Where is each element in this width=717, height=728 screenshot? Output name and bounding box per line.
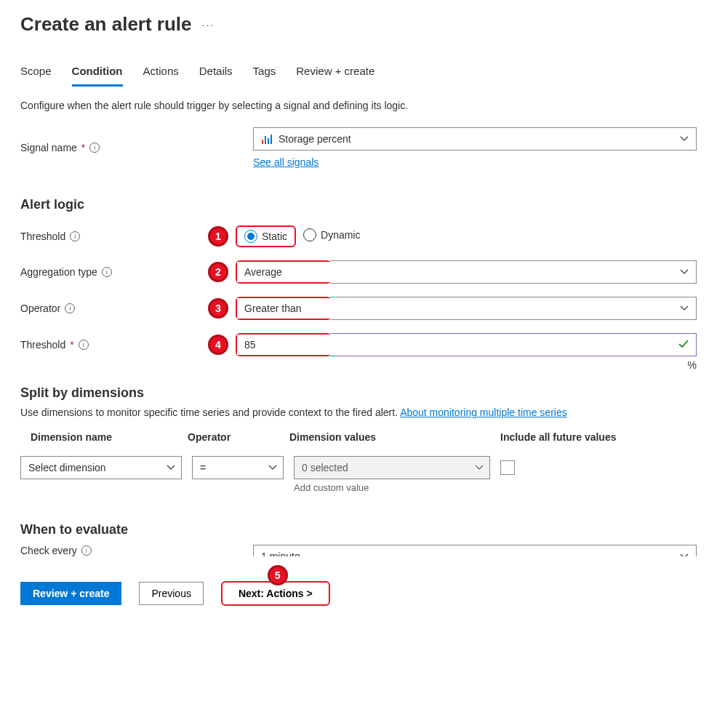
dimension-operator-value: = xyxy=(200,462,206,473)
metric-icon xyxy=(261,133,273,145)
tab-condition[interactable]: Condition xyxy=(72,65,123,87)
tab-bar: Scope Condition Actions Details Tags Rev… xyxy=(20,65,697,87)
dimension-values-value: 0 selected xyxy=(302,462,348,473)
callout-badge-3: 3 xyxy=(208,298,228,319)
split-dimensions-heading: Split by dimensions xyxy=(20,385,697,401)
aggregation-value: Average xyxy=(244,266,282,278)
threshold-static-label: Static xyxy=(262,231,287,242)
callout-badge-5: 5 xyxy=(268,565,288,585)
threshold-static-radio[interactable]: Static xyxy=(236,225,296,247)
about-monitoring-link[interactable]: About monitoring multiple time series xyxy=(400,407,567,418)
callout-badge-4: 4 xyxy=(208,335,228,355)
dim-header-operator: Operator xyxy=(188,431,289,443)
callout-badge-2: 2 xyxy=(208,262,228,282)
alert-logic-heading: Alert logic xyxy=(20,197,697,212)
info-icon[interactable]: i xyxy=(65,303,75,313)
dim-header-values: Dimension values xyxy=(289,431,500,443)
chevron-down-icon xyxy=(268,465,277,471)
required-indicator: * xyxy=(70,339,73,351)
callout-badge-1: 1 xyxy=(208,226,228,247)
operator-select[interactable] xyxy=(330,297,697,320)
aggregation-select-highlight[interactable]: Average xyxy=(237,262,330,282)
chevron-down-icon xyxy=(680,136,689,142)
more-menu-icon[interactable]: ··· xyxy=(202,19,215,31)
dim-header-include: Include all future values xyxy=(500,431,697,443)
previous-button[interactable]: Previous xyxy=(139,582,203,605)
threshold-value: 85 xyxy=(244,339,256,351)
chevron-down-icon xyxy=(680,553,689,556)
add-custom-value-link[interactable]: Add custom value xyxy=(294,482,490,493)
wizard-footer: Review + create Previous 5 Next: Actions… xyxy=(20,581,697,606)
chevron-down-icon xyxy=(680,269,689,275)
signal-name-select[interactable]: Storage percent xyxy=(253,127,697,151)
info-icon[interactable]: i xyxy=(70,231,80,241)
when-to-evaluate-heading: When to evaluate xyxy=(20,522,697,537)
aggregation-select[interactable] xyxy=(330,260,697,284)
info-icon[interactable]: i xyxy=(79,340,89,350)
check-every-label: Check every xyxy=(20,545,77,556)
signal-name-value: Storage percent xyxy=(279,133,351,145)
threshold-input[interactable] xyxy=(330,333,697,356)
radio-unselected-icon xyxy=(303,228,316,241)
tab-review-create[interactable]: Review + create xyxy=(296,65,374,87)
chevron-down-icon xyxy=(475,465,484,471)
dimension-name-select[interactable]: Select dimension xyxy=(20,456,182,479)
info-icon[interactable]: i xyxy=(89,143,100,153)
operator-select-highlight[interactable]: Greater than xyxy=(237,298,330,319)
threshold-input-highlight[interactable]: 85 xyxy=(237,335,330,355)
page-title: Create an alert rule xyxy=(20,13,192,36)
operator-label: Operator xyxy=(20,303,60,314)
operator-value: Greater than xyxy=(244,303,302,314)
chevron-down-icon xyxy=(680,305,689,311)
dimension-values-select[interactable]: 0 selected xyxy=(294,456,490,479)
required-indicator: * xyxy=(81,142,85,153)
aggregation-label: Aggregation type xyxy=(20,266,97,278)
check-every-select[interactable]: 1 minute xyxy=(253,545,697,556)
dim-header-name: Dimension name xyxy=(20,431,188,443)
signal-name-label: Signal name xyxy=(20,142,77,153)
dimension-operator-select[interactable]: = xyxy=(192,456,284,479)
split-dim-text: Use dimensions to monitor specific time … xyxy=(20,407,400,418)
tab-description: Configure when the alert rule should tri… xyxy=(20,100,697,111)
threshold-unit: % xyxy=(688,359,697,371)
review-create-button[interactable]: Review + create xyxy=(20,582,121,605)
dimension-name-value: Select dimension xyxy=(28,462,106,473)
tab-actions[interactable]: Actions xyxy=(143,65,179,87)
threshold-value-label: Threshold xyxy=(20,339,65,351)
check-every-value: 1 minute xyxy=(261,551,300,556)
checkmark-icon xyxy=(678,339,689,351)
dimensions-table-header: Dimension name Operator Dimension values… xyxy=(20,431,697,443)
tab-details[interactable]: Details xyxy=(199,65,233,87)
threshold-dynamic-label: Dynamic xyxy=(321,229,360,241)
chevron-down-icon xyxy=(167,465,175,471)
threshold-label: Threshold xyxy=(20,231,65,242)
include-future-values-checkbox[interactable] xyxy=(500,460,515,475)
info-icon[interactable]: i xyxy=(102,267,112,277)
radio-selected-icon xyxy=(244,230,257,243)
info-icon[interactable]: i xyxy=(81,545,92,556)
tab-tags[interactable]: Tags xyxy=(253,65,276,87)
threshold-dynamic-radio[interactable]: Dynamic xyxy=(296,225,367,244)
split-dimensions-description: Use dimensions to monitor specific time … xyxy=(20,407,697,418)
see-all-signals-link[interactable]: See all signals xyxy=(253,156,319,168)
tab-scope[interactable]: Scope xyxy=(20,65,52,87)
